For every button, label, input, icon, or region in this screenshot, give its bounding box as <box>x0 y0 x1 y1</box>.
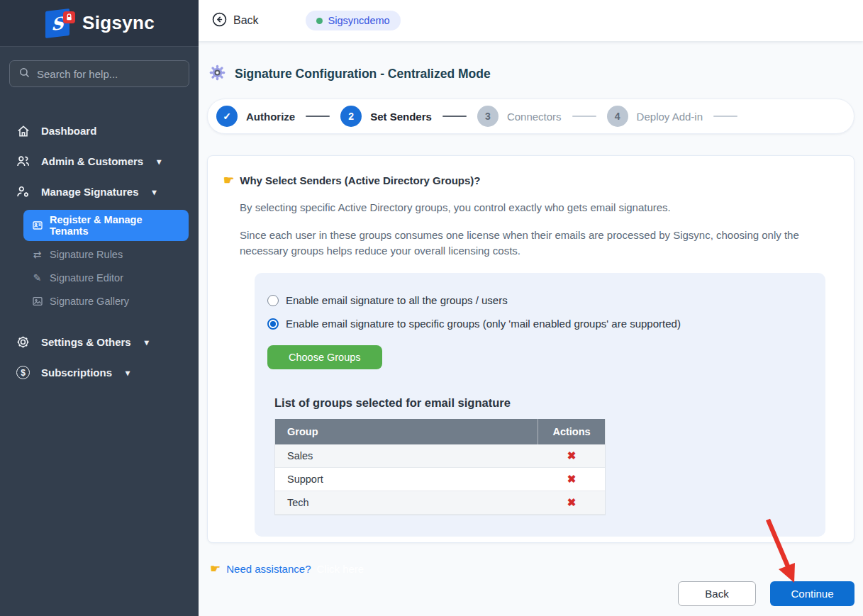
sidebar-item-admin-customers[interactable]: Admin & Customers ▾ <box>0 146 199 177</box>
edit-icon: ✎ <box>31 271 43 284</box>
sidebar-header: S Sigsync <box>0 0 199 47</box>
gear-purple-icon <box>208 64 226 84</box>
rules-icon: ⇄ <box>31 248 43 260</box>
step-authorize[interactable]: ✓ Authorize <box>216 106 340 127</box>
tenant-badge[interactable]: Sigsyncdemo <box>306 11 401 30</box>
radio-specific-label: Enable email signature to specific group… <box>286 318 681 330</box>
step-connector-line <box>572 116 596 118</box>
sidebar-item-label: Subscriptions <box>41 366 112 379</box>
group-selection-panel: Enable email signature to all the groups… <box>255 273 825 537</box>
group-name: Sales <box>275 450 538 461</box>
step-check-icon: ✓ <box>216 106 238 127</box>
sidebar-item-label: Dashboard <box>41 125 96 137</box>
step-connector-line <box>713 116 737 118</box>
step-connector-line <box>306 116 330 118</box>
user-gear-icon <box>16 184 30 199</box>
card-paragraph-1: By selecting specific Active Directory g… <box>240 200 825 215</box>
card-paragraph-2: Since each user in these groups consumes… <box>240 228 825 259</box>
selected-groups-table: Group Actions Sales ✖ Support ✖ Tech ✖ <box>274 419 606 515</box>
radio-all-label: Enable email signature to all the groups… <box>286 294 508 306</box>
sidebar: S Sigsync Dashboard <box>0 0 199 616</box>
sidebar-subitem-signature-editor[interactable]: ✎ Signature Editor <box>23 267 189 288</box>
wizard-footer-buttons: Back Continue <box>199 581 854 606</box>
assistance-row: ☛ Need assistance? Click here <box>210 561 863 576</box>
wizard-stepper: ✓ Authorize 2 Set Senders 3 Connectors 4… <box>207 99 854 134</box>
step-connectors[interactable]: 3 Connectors <box>477 106 607 127</box>
table-row: Sales ✖ <box>275 444 605 468</box>
back-nav-button[interactable]: Back <box>211 11 259 30</box>
topbar: Back Sigsyncdemo <box>199 0 863 41</box>
sidebar-nav: Dashboard Admin & Customers ▾ Manage Sig… <box>0 116 199 388</box>
sidebar-subitem-register-manage-tenants[interactable]: Register & Manage Tenants <box>23 210 189 241</box>
selected-groups-heading: List of groups selected for email signat… <box>274 396 811 410</box>
sidebar-subitem-label: Signature Editor <box>50 272 123 284</box>
back-button[interactable]: Back <box>678 581 756 606</box>
chevron-down-icon: ▾ <box>157 157 161 167</box>
sidebar-subitem-label: Signature Gallery <box>50 296 129 307</box>
sidebar-item-settings-others[interactable]: Settings & Others ▾ <box>0 327 199 357</box>
choose-groups-button[interactable]: Choose Groups <box>267 345 382 369</box>
senders-card: ☛ Why Select Senders (Active Directory G… <box>207 155 854 543</box>
sidebar-item-dashboard[interactable]: Dashboard <box>0 116 199 146</box>
sidebar-subitem-signature-gallery[interactable]: Signature Gallery <box>23 291 189 311</box>
users-icon <box>16 154 30 169</box>
gallery-icon <box>31 295 43 307</box>
group-name: Tech <box>275 497 538 508</box>
table-header-group: Group <box>275 419 538 444</box>
step-number: 2 <box>340 106 362 127</box>
sidebar-subitem-signature-rules[interactable]: ⇄ Signature Rules <box>23 244 189 264</box>
radio-selected-icon[interactable] <box>267 318 279 330</box>
gear-icon <box>16 335 30 349</box>
sidebar-subitem-label: Register & Manage Tenants <box>50 214 182 237</box>
chevron-down-icon: ▾ <box>152 187 157 197</box>
page-title-row: Signature Configuration - Centralized Mo… <box>199 41 863 84</box>
remove-group-icon[interactable]: ✖ <box>567 473 577 485</box>
radio-unselected-icon[interactable] <box>267 295 279 306</box>
home-icon <box>16 123 30 138</box>
remove-group-icon[interactable]: ✖ <box>567 449 577 461</box>
back-nav-label: Back <box>233 14 259 27</box>
table-header-actions: Actions <box>538 426 605 437</box>
table-row: Tech ✖ <box>275 491 605 515</box>
dollar-icon: $ <box>16 365 30 380</box>
step-set-senders[interactable]: 2 Set Senders <box>340 106 477 127</box>
card-heading-row: ☛ Why Select Senders (Active Directory G… <box>223 173 825 188</box>
sidebar-item-manage-signatures[interactable]: Manage Signatures ▾ <box>0 177 199 207</box>
radio-all-groups[interactable]: Enable email signature to all the groups… <box>267 290 811 310</box>
step-connector-line <box>442 116 467 118</box>
sidebar-item-label: Admin & Customers <box>41 155 143 167</box>
radio-specific-groups[interactable]: Enable email signature to specific group… <box>267 313 811 334</box>
search-input[interactable] <box>37 68 180 80</box>
sidebar-item-subscriptions[interactable]: $ Subscriptions ▾ <box>0 357 199 388</box>
step-label: Deploy Add-in <box>637 111 703 123</box>
continue-button[interactable]: Continue <box>770 581 854 606</box>
remove-group-icon[interactable]: ✖ <box>567 496 577 508</box>
table-header-row: Group Actions <box>275 419 605 444</box>
table-row: Support ✖ <box>275 468 605 491</box>
back-arrow-icon <box>211 11 228 30</box>
help-search[interactable] <box>9 60 189 87</box>
pointing-finger-icon: ☛ <box>210 561 221 576</box>
tenant-name: Sigsyncdemo <box>328 15 390 26</box>
chevron-down-icon: ▾ <box>126 368 130 378</box>
sidebar-item-label: Manage Signatures <box>41 186 139 198</box>
step-deploy-addin[interactable]: 4 Deploy Add-in <box>607 106 748 127</box>
step-number: 3 <box>477 106 499 127</box>
step-label: Authorize <box>246 111 295 123</box>
pointing-finger-icon: ☛ <box>223 173 234 188</box>
step-label: Connectors <box>507 111 562 123</box>
click-here-link[interactable]: Click here <box>317 563 364 575</box>
card-heading: Why Select Senders (Active Directory Gro… <box>240 174 480 186</box>
need-assistance-link[interactable]: Need assistance? <box>226 563 311 575</box>
page-title: Signature Configuration - Centralized Mo… <box>235 67 491 82</box>
group-name: Support <box>275 474 538 485</box>
status-dot-icon <box>316 18 323 24</box>
tenant-badge-icon <box>31 220 43 232</box>
sidebar-item-label: Settings & Others <box>41 336 131 348</box>
sidebar-subitem-label: Signature Rules <box>50 249 123 260</box>
lock-icon <box>63 11 75 23</box>
sigsync-logo-icon: S <box>44 7 75 40</box>
step-number: 4 <box>607 106 628 127</box>
chevron-down-icon: ▾ <box>145 337 149 347</box>
main-content: Signature Configuration - Centralized Mo… <box>199 41 863 616</box>
